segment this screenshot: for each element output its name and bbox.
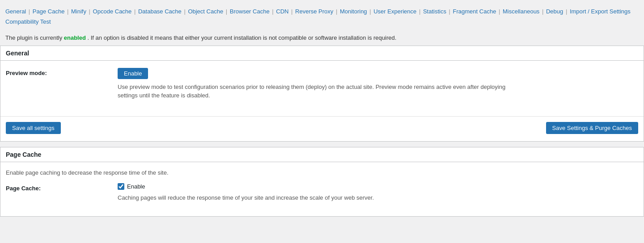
nav-link-browser-cache[interactable]: Browser Cache — [230, 8, 270, 15]
nav-separator: | — [182, 8, 187, 15]
page-cache-section: Page Cache Enable page caching to decrea… — [0, 147, 644, 217]
general-section: General Preview mode: Enable Use preview… — [0, 46, 644, 142]
compat-test-link[interactable]: Compatibility Test — [5, 18, 51, 25]
preview-mode-desc: Use preview mode to test configuration s… — [118, 83, 520, 100]
nav-separator: | — [289, 8, 294, 15]
preview-mode-row: Preview mode: Enable Use preview mode to… — [6, 68, 638, 100]
page-cache-checkbox[interactable] — [118, 183, 124, 190]
page-cache-section-body: Enable page caching to decrease the resp… — [0, 162, 644, 217]
nav-separator: | — [132, 8, 137, 15]
nav-link-fragment-cache[interactable]: Fragment Cache — [453, 8, 496, 15]
page-cache-intro: Enable page caching to decrease the resp… — [6, 169, 638, 176]
nav-separator: | — [417, 8, 422, 15]
page-cache-desc: Caching pages will reduce the response t… — [118, 193, 520, 202]
nav-link-miscellaneous[interactable]: Miscellaneous — [503, 8, 539, 15]
nav-link-monitoring[interactable]: Monitoring — [340, 8, 367, 15]
nav-separator: | — [271, 8, 275, 15]
nav-link-reverse-proxy[interactable]: Reverse Proxy — [295, 8, 333, 15]
nav-link-minify[interactable]: Minify — [71, 8, 86, 15]
nav-link-user-experience[interactable]: User Experience — [373, 8, 416, 15]
nav-link-import--export-settings[interactable]: Import / Export Settings — [570, 8, 631, 15]
nav-separator: | — [87, 8, 92, 15]
page-cache-section-header: Page Cache — [0, 147, 644, 162]
page-cache-checkbox-label[interactable]: Enable — [127, 183, 145, 190]
plugin-status-bar: The plugin is currently enabled . If an … — [0, 32, 644, 46]
save-all-settings-button[interactable]: Save all settings — [6, 122, 61, 134]
preview-mode-label: Preview mode: — [6, 68, 118, 76]
save-settings-purge-caches-button[interactable]: Save Settings & Purge Caches — [546, 122, 639, 134]
nav-separator: | — [65, 8, 70, 15]
nav-link-cdn[interactable]: CDN — [276, 8, 288, 15]
nav-separator: | — [447, 8, 452, 15]
page-cache-label: Page Cache: — [6, 183, 118, 192]
nav-separator: | — [27, 8, 32, 15]
general-section-header: General — [0, 46, 644, 61]
nav-link-opcode-cache[interactable]: Opcode Cache — [93, 8, 132, 15]
nav-link-statistics[interactable]: Statistics — [423, 8, 446, 15]
nav-separator: | — [540, 8, 545, 15]
nav-separator: | — [564, 8, 569, 15]
nav-separator: | — [497, 8, 502, 15]
nav-link-object-cache[interactable]: Object Cache — [188, 8, 223, 15]
page-cache-row: Page Cache: Enable Caching pages will re… — [6, 183, 638, 202]
general-button-row: Save all settings Save Settings & Purge … — [0, 116, 644, 141]
status-suffix: . If an option is disabled it means that… — [88, 34, 397, 41]
navigation-bar: General | Page Cache | Minify | Opcode C… — [0, 4, 644, 32]
nav-link-debug[interactable]: Debug — [546, 8, 563, 15]
nav-separator: | — [334, 8, 339, 15]
page-cache-checkbox-row: Enable — [118, 183, 638, 190]
general-section-body: Preview mode: Enable Use preview mode to… — [0, 61, 644, 114]
status-word: enabled — [64, 34, 86, 41]
nav-link-page-cache[interactable]: Page Cache — [33, 8, 65, 15]
nav-separator: | — [224, 8, 229, 15]
nav-link-general[interactable]: General — [5, 8, 26, 15]
nav-link-database-cache[interactable]: Database Cache — [138, 8, 182, 15]
status-prefix: The plugin is currently — [5, 34, 64, 41]
nav-separator: | — [368, 8, 373, 15]
enable-preview-button[interactable]: Enable — [118, 68, 148, 79]
page-cache-content: Enable Caching pages will reduce the res… — [118, 183, 638, 202]
preview-mode-content: Enable Use preview mode to test configur… — [118, 68, 638, 100]
